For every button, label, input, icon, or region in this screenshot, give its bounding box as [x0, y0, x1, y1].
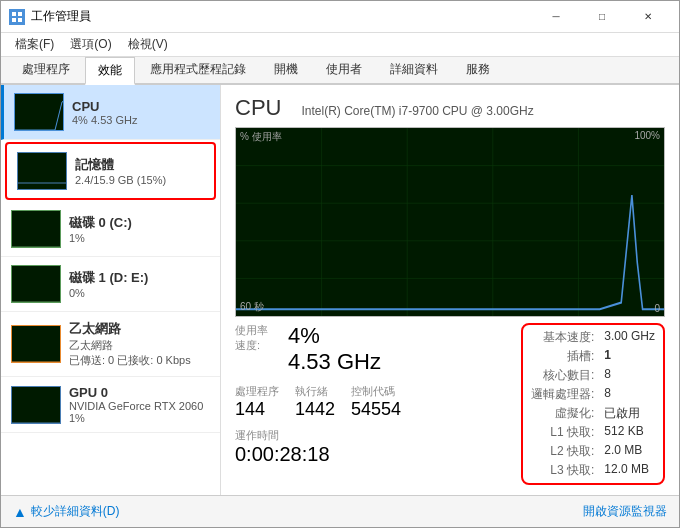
svg-rect-1 — [18, 12, 22, 16]
svg-rect-8 — [12, 326, 61, 363]
resource-item-ethernet[interactable]: 乙太網路 乙太網路 已傳送: 0 已接收: 0 Kbps — [1, 312, 220, 377]
processes-stat: 處理程序 144 — [235, 384, 279, 420]
threads-stat: 執行緒 1442 — [295, 384, 335, 420]
resource-item-memory[interactable]: 記憶體 2.4/15.9 GB (15%) — [5, 142, 216, 200]
tab-performance[interactable]: 效能 — [85, 57, 135, 85]
left-panel: CPU 4% 4.53 GHz 記憶體 2.4/15.9 GB (15%) — [1, 85, 221, 495]
chart-zero-label: 0 — [654, 303, 660, 314]
speed-label: 速度: — [235, 338, 268, 353]
resource-item-disk0[interactable]: 磁碟 0 (C:) 1% — [1, 202, 220, 257]
l1-value: 512 KB — [604, 424, 655, 441]
right-stats-table: 基本速度: 3.00 GHz 插槽: 1 核心數目: 8 邏輯處理器: 8 虛擬… — [521, 323, 665, 485]
disk0-detail: 1% — [69, 232, 210, 244]
gpu-name: GPU 0 — [69, 385, 210, 400]
window-title: 工作管理員 — [31, 8, 91, 25]
menu-view[interactable]: 檢視(V) — [122, 34, 174, 55]
disk0-name: 磁碟 0 (C:) — [69, 214, 210, 232]
disk1-detail: 0% — [69, 287, 210, 299]
chart-100-label: 100% — [634, 130, 660, 141]
svg-rect-5 — [18, 153, 67, 190]
l3-value: 12.0 MB — [604, 462, 655, 479]
cores-value: 8 — [604, 367, 655, 384]
proc-row: 處理程序 144 執行緒 1442 控制代碼 54554 — [235, 384, 511, 420]
usage-value: 4% — [288, 323, 381, 349]
menu-file[interactable]: 檔案(F) — [9, 34, 60, 55]
cpu-model: Intel(R) Core(TM) i7-9700 CPU @ 3.00GHz — [301, 104, 533, 118]
resource-item-cpu[interactable]: CPU 4% 4.53 GHz — [1, 85, 220, 140]
l2-label: L2 快取: — [531, 443, 594, 460]
tab-details[interactable]: 詳細資料 — [377, 56, 451, 83]
resource-item-disk1[interactable]: 磁碟 1 (D: E:) 0% — [1, 257, 220, 312]
l3-label: L3 快取: — [531, 462, 594, 479]
cpu-header: CPU Intel(R) Core(TM) i7-9700 CPU @ 3.00… — [235, 95, 665, 121]
main-window: 工作管理員 ─ □ ✕ 檔案(F) 選項(O) 檢視(V) 處理程序 效能 應用… — [0, 0, 680, 528]
resource-item-gpu[interactable]: GPU 0 NVIDIA GeForce RTX 2060 1% — [1, 377, 220, 433]
titlebar: 工作管理員 ─ □ ✕ — [1, 1, 679, 33]
less-detail-label: 較少詳細資料(D) — [31, 503, 120, 520]
speed-value: 4.53 GHz — [288, 349, 381, 375]
less-detail-link[interactable]: ▲ 較少詳細資料(D) — [13, 503, 120, 520]
stats-section: 使用率 速度: 4% 4.53 GHz 處理程序 144 — [235, 323, 665, 485]
memory-mini-chart — [17, 152, 67, 190]
gpu-mini-chart — [11, 386, 61, 424]
chart-time-label: 60 秒 — [240, 300, 264, 314]
open-monitor-link[interactable]: 開啟資源監視器 — [583, 503, 667, 520]
disk1-mini-chart — [11, 265, 61, 303]
ethernet-detail2: 已傳送: 0 已接收: 0 Kbps — [69, 353, 210, 368]
svg-rect-10 — [236, 128, 664, 316]
logical-value: 8 — [604, 386, 655, 403]
tab-users[interactable]: 使用者 — [313, 56, 375, 83]
gpu-detail1: NVIDIA GeForce RTX 2060 — [69, 400, 210, 412]
open-monitor-label: 開啟資源監視器 — [583, 503, 667, 520]
cpu-title: CPU — [235, 95, 281, 121]
app-icon — [9, 9, 25, 25]
handles-value: 54554 — [351, 399, 401, 420]
minimize-button[interactable]: ─ — [533, 1, 579, 33]
threads-value: 1442 — [295, 399, 335, 420]
svg-rect-9 — [12, 387, 61, 424]
memory-name: 記憶體 — [75, 156, 204, 174]
maximize-button[interactable]: □ — [579, 1, 625, 33]
cpu-mini-chart — [14, 93, 64, 131]
window-controls: ─ □ ✕ — [533, 1, 671, 33]
threads-label: 執行緒 — [295, 384, 335, 399]
memory-detail: 2.4/15.9 GB (15%) — [75, 174, 204, 186]
handles-stat: 控制代碼 54554 — [351, 384, 401, 420]
usage-label: 使用率 — [235, 323, 268, 338]
chart-y-label: % 使用率 — [240, 130, 282, 144]
usage-stat: 使用率 速度: — [235, 323, 268, 376]
l2-value: 2.0 MB — [604, 443, 655, 460]
virtualization-value: 已啟用 — [604, 405, 655, 422]
svg-rect-3 — [18, 18, 22, 22]
logical-label: 邏輯處理器: — [531, 386, 594, 403]
svg-rect-7 — [12, 266, 61, 303]
gpu-detail2: 1% — [69, 412, 210, 424]
virtualization-label: 虛擬化: — [531, 405, 594, 422]
runtime-label: 運作時間 — [235, 428, 511, 443]
runtime-stat: 運作時間 0:00:28:18 — [235, 428, 511, 466]
ethernet-name: 乙太網路 — [69, 320, 210, 338]
cores-label: 核心數目: — [531, 367, 594, 384]
tab-startup[interactable]: 開機 — [261, 56, 311, 83]
tabbar: 處理程序 效能 應用程式歷程記錄 開機 使用者 詳細資料 服務 — [1, 57, 679, 85]
tab-processes[interactable]: 處理程序 — [9, 56, 83, 83]
ethernet-mini-chart — [11, 325, 61, 363]
base-speed-value: 3.00 GHz — [604, 329, 655, 346]
main-content: CPU 4% 4.53 GHz 記憶體 2.4/15.9 GB (15%) — [1, 85, 679, 495]
svg-rect-0 — [12, 12, 16, 16]
processes-value: 144 — [235, 399, 279, 420]
tab-services[interactable]: 服務 — [453, 56, 503, 83]
sockets-value: 1 — [604, 348, 655, 365]
close-button[interactable]: ✕ — [625, 1, 671, 33]
svg-rect-6 — [12, 211, 61, 248]
runtime-value: 0:00:28:18 — [235, 443, 511, 466]
base-speed-label: 基本速度: — [531, 329, 594, 346]
sockets-label: 插槽: — [531, 348, 594, 365]
disk1-name: 磁碟 1 (D: E:) — [69, 269, 210, 287]
menu-options[interactable]: 選項(O) — [64, 34, 117, 55]
right-panel: CPU Intel(R) Core(TM) i7-9700 CPU @ 3.00… — [221, 85, 679, 495]
cpu-chart: % 使用率 100% 60 秒 0 — [235, 127, 665, 317]
tab-app-history[interactable]: 應用程式歷程記錄 — [137, 56, 259, 83]
usage-speed-row: 使用率 速度: 4% 4.53 GHz — [235, 323, 511, 376]
disk0-mini-chart — [11, 210, 61, 248]
